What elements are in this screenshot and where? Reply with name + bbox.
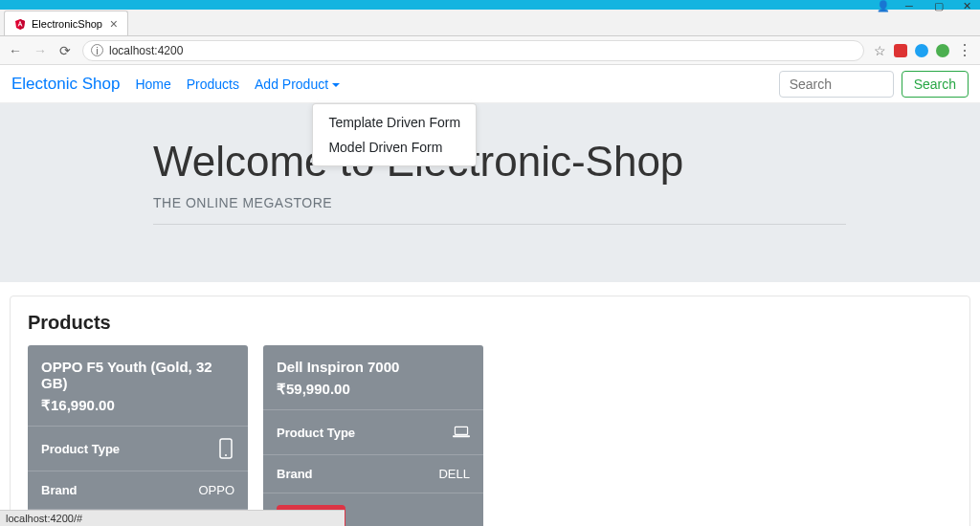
url-bar[interactable]: i localhost:4200 <box>82 40 864 61</box>
close-window-icon[interactable]: ✕ <box>963 0 972 10</box>
svg-rect-5 <box>453 435 470 437</box>
product-type-label: Product Type <box>41 442 120 456</box>
laptop-icon <box>453 422 470 443</box>
brand-label: Brand <box>277 467 313 481</box>
section-title: Products <box>28 312 952 334</box>
tab-title: ElectronicShop <box>32 18 104 30</box>
product-price: ₹59,990.00 <box>277 381 470 398</box>
product-price: ₹16,990.00 <box>41 397 234 414</box>
product-card: Dell Inspiron 7000 ₹59,990.00 Product Ty… <box>263 345 483 526</box>
svg-point-3 <box>225 454 227 456</box>
back-icon[interactable]: ← <box>8 43 23 58</box>
extension-icon[interactable] <box>894 44 907 57</box>
extension-icon[interactable] <box>936 44 949 57</box>
page-title: Welcome to Electronic-Shop <box>153 138 846 186</box>
star-icon[interactable]: ☆ <box>874 43 886 58</box>
nav-add-product[interactable]: Add Product <box>255 77 340 92</box>
add-product-dropdown: Template Driven Form Model Driven Form <box>312 103 477 166</box>
product-name: Dell Inspiron 7000 <box>277 359 470 375</box>
browser-tab[interactable]: ElectronicShop × <box>4 11 128 35</box>
brand-value: DELL <box>438 467 470 481</box>
tab-strip: ElectronicShop × <box>0 10 980 36</box>
brand-link[interactable]: Electonic Shop <box>11 75 120 94</box>
brand-label: Brand <box>41 483 78 497</box>
mobile-icon <box>217 438 234 459</box>
user-icon[interactable]: 👤 <box>877 0 886 10</box>
search-button[interactable]: Search <box>902 71 969 98</box>
svg-rect-4 <box>455 427 467 434</box>
page-subtitle: THE ONLINE MEGASTORE <box>153 195 846 225</box>
nav-products[interactable]: Products <box>187 77 239 92</box>
nav-home[interactable]: Home <box>135 77 170 92</box>
search-input[interactable] <box>779 71 894 98</box>
address-bar: ← → ⟳ i localhost:4200 ☆ ⋮ <box>0 36 980 65</box>
product-name: OPPO F5 Youth (Gold, 32 GB) <box>41 359 234 391</box>
minimize-icon[interactable]: ─ <box>905 0 915 10</box>
window-title-bar: 👤 ─ ▢ ✕ <box>0 0 980 10</box>
status-bar: localhost:4200/# <box>0 510 345 526</box>
angular-favicon-icon <box>14 18 26 30</box>
brand-value: OPPO <box>198 483 234 497</box>
jumbotron: Welcome to Electronic-Shop THE ONLINE ME… <box>0 103 980 282</box>
app-navbar: Electonic Shop Home Products Add Product… <box>0 65 980 103</box>
dropdown-template-form[interactable]: Template Driven Form <box>313 110 476 135</box>
product-type-label: Product Type <box>277 426 355 440</box>
extension-icon[interactable] <box>915 44 928 57</box>
browser-menu-icon[interactable]: ⋮ <box>957 41 972 59</box>
url-text: localhost:4200 <box>109 44 183 57</box>
products-container: Products OPPO F5 Youth (Gold, 32 GB) ₹16… <box>10 296 970 526</box>
forward-icon[interactable]: → <box>33 43 48 58</box>
product-card: OPPO F5 Youth (Gold, 32 GB) ₹16,990.00 P… <box>28 345 248 526</box>
tab-close-icon[interactable]: × <box>110 16 118 32</box>
dropdown-model-form[interactable]: Model Driven Form <box>313 135 476 160</box>
maximize-icon[interactable]: ▢ <box>934 0 944 10</box>
info-icon[interactable]: i <box>91 44 103 56</box>
reload-icon[interactable]: ⟳ <box>57 43 73 58</box>
